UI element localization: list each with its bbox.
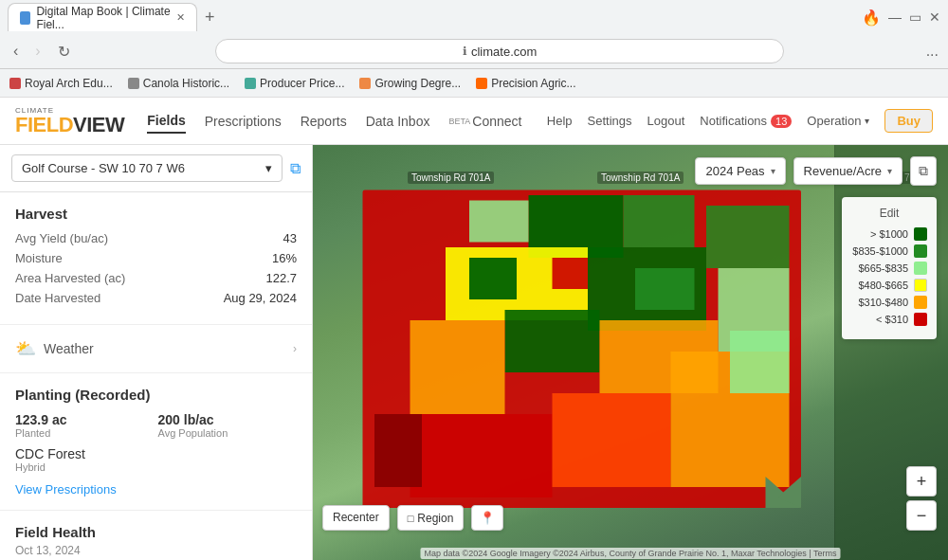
operation-label: Operation <box>807 114 861 128</box>
nav-connect[interactable]: BETA Connect <box>448 110 521 133</box>
legend-item-0: > $1000 <box>851 227 927 241</box>
weather-section[interactable]: ⛅ Weather › <box>0 325 312 373</box>
moisture-row: Moisture 16% <box>15 251 297 265</box>
weather-chevron-icon: › <box>293 342 297 355</box>
reload-button[interactable]: ↻ <box>54 41 74 63</box>
help-link[interactable]: Help <box>547 114 573 128</box>
svg-rect-6 <box>706 206 790 268</box>
security-icon: ℹ <box>463 45 467 58</box>
split-view-button[interactable]: ⧉ <box>910 156 937 186</box>
map-controls-top: 2024 Peas ▾ Revenue/Acre ▾ ⧉ <box>695 156 937 186</box>
notifications-badge: 13 <box>771 115 792 128</box>
recenter-button[interactable]: Recenter <box>322 505 390 531</box>
logo-fieldview-text: FIELDVIEW <box>15 115 124 135</box>
bookmark-label-1: Royal Arch Edu... <box>25 77 113 90</box>
close-window-icon[interactable]: ✕ <box>929 9 940 25</box>
buy-button[interactable]: Buy <box>884 109 933 133</box>
legend-label-4: $310-$480 <box>858 297 908 308</box>
svg-rect-18 <box>374 414 422 487</box>
region-button[interactable]: □ Region <box>397 505 465 531</box>
bookmark-label-5: Precision Agric... <box>491 77 575 90</box>
browser-tab-bar: Digital Map Book | Climate Fiel... ✕ + 🔥… <box>0 0 948 69</box>
app-header-left: CLIMATE FIELDVIEW Fields Prescriptions R… <box>15 107 521 135</box>
browser-right-controls: 🔥 — ▭ ✕ <box>862 9 940 27</box>
legend-label-0: > $1000 <box>870 228 908 240</box>
crop-year-value: 2024 Peas <box>705 164 764 178</box>
map-legend: Edit > $1000 $835-$1000 $665-$835 $480-$… <box>842 197 937 339</box>
pin-button[interactable]: 📍 <box>471 505 503 531</box>
notifications-button[interactable]: Notifications 13 <box>700 114 792 128</box>
legend-item-5: < $310 <box>851 313 927 326</box>
more-options-button[interactable]: ... <box>926 43 939 60</box>
bookmark-label-4: Growing Degre... <box>374 77 461 90</box>
road-label-2: Township Rd 701A <box>597 172 684 184</box>
nav-reports[interactable]: Reports <box>301 110 347 133</box>
logout-link[interactable]: Logout <box>647 114 685 128</box>
bookmark-canola[interactable]: Canola Historic... <box>128 77 229 90</box>
hybrid-name: CDC Forest <box>15 446 297 461</box>
nav-connect-label: Connect <box>472 114 521 129</box>
legend-swatch-3 <box>914 279 927 292</box>
nav-data-inbox[interactable]: Data Inbox <box>366 110 430 133</box>
legend-edit-button[interactable]: Edit <box>851 207 927 220</box>
settings-link[interactable]: Settings <box>588 114 632 128</box>
map-zoom-controls: + − <box>906 466 937 531</box>
tab-close-icon[interactable]: ✕ <box>176 11 185 24</box>
field-edit-icon[interactable]: ⧉ <box>290 160 301 177</box>
operation-dropdown[interactable]: Operation ▾ <box>807 114 869 128</box>
forward-button[interactable]: › <box>31 41 44 62</box>
region-square-icon: □ <box>408 513 414 524</box>
split-view-icon: ⧉ <box>919 163 928 179</box>
legend-item-2: $665-$835 <box>851 262 927 275</box>
bookmark-producer[interactable]: Producer Price... <box>245 77 344 90</box>
zoom-in-button[interactable]: + <box>906 466 937 497</box>
planting-population: 200 lb/ac Avg Population <box>158 412 298 439</box>
nav-fields[interactable]: Fields <box>147 109 185 134</box>
bookmark-growing[interactable]: Growing Degre... <box>359 77 461 90</box>
layer-value: Revenue/Acre <box>804 164 882 178</box>
layer-dropdown[interactable]: Revenue/Acre ▾ <box>793 157 902 185</box>
app-header-right: Help Settings Logout Notifications 13 Op… <box>547 109 933 133</box>
minimize-icon[interactable]: — <box>888 9 902 25</box>
date-harvested-row: Date Harvested Aug 29, 2024 <box>15 291 297 305</box>
tab-favicon <box>20 11 30 25</box>
legend-swatch-2 <box>914 262 927 275</box>
url-bar[interactable]: ℹ climate.com <box>215 39 784 63</box>
view-prescriptions-link[interactable]: View Prescriptions <box>15 482 297 497</box>
area-harvested-label: Area Harvested (ac) <box>15 271 125 285</box>
bookmark-favicon-5 <box>476 78 487 89</box>
field-health-section: Field Health Oct 13, 2024 Latest Image G… <box>0 511 312 560</box>
zoom-out-button[interactable]: − <box>906 500 937 531</box>
app-header: CLIMATE FIELDVIEW Fields Prescriptions R… <box>0 98 948 145</box>
bookmark-favicon-3 <box>245 78 256 89</box>
harvest-section: Harvest Avg Yield (bu/ac) 43 Moisture 16… <box>0 192 312 325</box>
app-logo: CLIMATE FIELDVIEW <box>15 107 124 135</box>
crop-year-dropdown[interactable]: 2024 Peas ▾ <box>695 157 785 185</box>
avg-yield-row: Avg Yield (bu/ac) 43 <box>15 231 297 245</box>
legend-label-2: $665-$835 <box>858 262 908 274</box>
restore-icon[interactable]: ▭ <box>909 9 921 25</box>
back-button[interactable]: ‹ <box>9 41 22 62</box>
active-tab[interactable]: Digital Map Book | Climate Fiel... ✕ <box>8 3 197 31</box>
new-tab-button[interactable]: + <box>201 8 219 27</box>
avg-yield-value: 43 <box>283 231 297 245</box>
bookmark-precision[interactable]: Precision Agric... <box>476 77 575 90</box>
flame-icon: 🔥 <box>862 9 881 27</box>
svg-rect-14 <box>469 258 517 299</box>
field-selector-bar: Golf Course - SW 10 70 7 W6 ▾ ⧉ <box>0 145 312 192</box>
date-harvested-label: Date Harvested <box>15 291 100 305</box>
nav-prescriptions[interactable]: Prescriptions <box>205 110 282 133</box>
bookmark-favicon-2 <box>128 78 139 89</box>
bookmark-label-2: Canola Historic... <box>143 77 229 90</box>
field-dropdown[interactable]: Golf Course - SW 10 70 7 W6 ▾ <box>11 154 283 182</box>
weather-cloud-icon: ⛅ <box>15 338 36 359</box>
sidebar-scroll: Harvest Avg Yield (bu/ac) 43 Moisture 16… <box>0 192 312 560</box>
moisture-label: Moisture <box>15 251 63 265</box>
bookmark-royal-arch[interactable]: Royal Arch Edu... <box>9 77 113 90</box>
svg-rect-15 <box>553 258 589 289</box>
legend-label-1: $835-$1000 <box>852 245 908 257</box>
svg-rect-17 <box>730 331 790 393</box>
legend-item-4: $310-$480 <box>851 296 927 309</box>
field-name: Golf Course - SW 10 70 7 W6 <box>22 161 185 175</box>
heatmap-svg <box>351 185 825 518</box>
